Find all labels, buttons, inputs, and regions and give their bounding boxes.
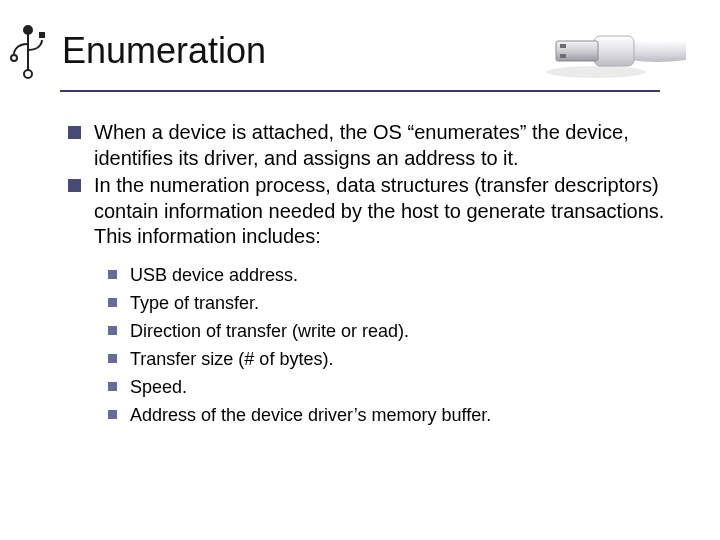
sub-bullet-item: Address of the device driver’s memory bu…: [108, 404, 680, 427]
sub-bullet-item: Transfer size (# of bytes).: [108, 348, 680, 371]
svg-point-2: [24, 70, 32, 78]
square-bullet-icon: [108, 354, 117, 363]
usb-connector-icon: [536, 28, 686, 82]
sub-bullet-item: Speed.: [108, 376, 680, 399]
square-bullet-icon: [68, 126, 81, 139]
svg-rect-8: [560, 54, 566, 58]
sub-bullet-list: USB device address. Type of transfer. Di…: [108, 264, 680, 427]
sub-bullet-item: Type of transfer.: [108, 292, 680, 315]
slide-title: Enumeration: [62, 30, 266, 72]
bullet-item: In the numeration process, data structur…: [68, 173, 680, 250]
bullet-text: In the numeration process, data structur…: [94, 174, 664, 247]
square-bullet-icon: [68, 179, 81, 192]
sub-bullet-text: Transfer size (# of bytes).: [130, 349, 333, 369]
sub-bullet-text: USB device address.: [130, 265, 298, 285]
sub-bullet-text: Speed.: [130, 377, 187, 397]
svg-rect-5: [594, 36, 634, 66]
square-bullet-icon: [108, 410, 117, 419]
title-underline: [60, 90, 660, 92]
svg-rect-7: [560, 44, 566, 48]
sub-bullet-text: Direction of transfer (write or read).: [130, 321, 409, 341]
sub-bullet-item: USB device address.: [108, 264, 680, 287]
square-bullet-icon: [108, 382, 117, 391]
sub-bullet-text: Address of the device driver’s memory bu…: [130, 405, 491, 425]
svg-point-0: [24, 26, 32, 34]
square-bullet-icon: [108, 326, 117, 335]
usb-trident-icon: [8, 24, 48, 80]
sub-bullet-text: Type of transfer.: [130, 293, 259, 313]
bullet-item: When a device is attached, the OS “enume…: [68, 120, 680, 171]
svg-point-9: [546, 66, 646, 78]
square-bullet-icon: [108, 298, 117, 307]
svg-rect-4: [39, 32, 45, 38]
square-bullet-icon: [108, 270, 117, 279]
svg-point-3: [11, 55, 17, 61]
slide-body: When a device is attached, the OS “enume…: [68, 120, 680, 432]
slide: Enumeration: [0, 0, 720, 540]
bullet-text: When a device is attached, the OS “enume…: [94, 121, 629, 169]
sub-bullet-item: Direction of transfer (write or read).: [108, 320, 680, 343]
